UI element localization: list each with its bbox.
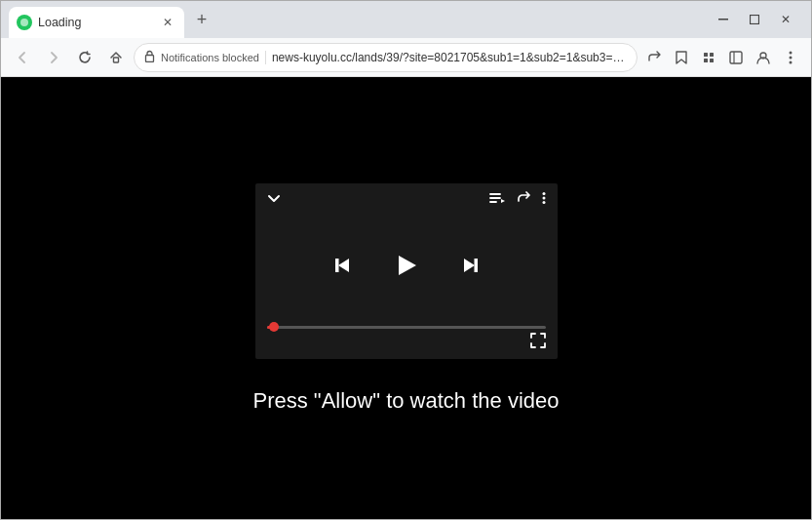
svg-rect-25 bbox=[474, 259, 478, 272]
next-button[interactable] bbox=[459, 254, 483, 283]
svg-point-18 bbox=[542, 192, 545, 195]
forward-button[interactable] bbox=[40, 44, 67, 71]
video-player bbox=[255, 183, 558, 359]
home-button[interactable] bbox=[102, 44, 130, 71]
svg-point-12 bbox=[790, 56, 793, 59]
close-button[interactable]: ✕ bbox=[772, 6, 799, 33]
prompt-text: Press "Allow" to watch the video bbox=[253, 388, 560, 414]
minimize-button[interactable] bbox=[710, 6, 737, 33]
back-button[interactable] bbox=[9, 44, 36, 71]
address-separator bbox=[265, 51, 266, 64]
maximize-button[interactable] bbox=[741, 6, 768, 33]
svg-rect-7 bbox=[710, 59, 714, 62]
player-chevron-down-icon[interactable] bbox=[267, 191, 281, 208]
menu-button[interactable] bbox=[778, 45, 803, 70]
svg-rect-4 bbox=[704, 53, 708, 57]
extensions-button[interactable] bbox=[696, 45, 721, 70]
prev-button[interactable] bbox=[330, 254, 354, 283]
browser-window: Loading ✕ + ✕ bbox=[0, 0, 812, 520]
fullscreen-button[interactable] bbox=[530, 333, 546, 351]
profile-button[interactable] bbox=[751, 45, 776, 70]
player-top-bar bbox=[255, 183, 558, 216]
url-text: news-kuyolu.cc/lands/39/?site=8021705&su… bbox=[272, 51, 627, 64]
player-share-icon[interactable] bbox=[517, 191, 530, 208]
svg-rect-8 bbox=[730, 52, 742, 63]
player-controls bbox=[255, 216, 558, 322]
player-bottom bbox=[255, 322, 558, 359]
active-tab[interactable]: Loading ✕ bbox=[9, 7, 184, 38]
bookmark-button[interactable] bbox=[669, 45, 694, 70]
play-button[interactable] bbox=[393, 252, 420, 286]
toolbar-actions bbox=[641, 45, 803, 70]
svg-point-13 bbox=[790, 60, 793, 63]
notification-blocked-text: Notifications blocked bbox=[161, 52, 259, 63]
svg-rect-1 bbox=[751, 16, 759, 24]
svg-rect-0 bbox=[718, 19, 728, 20]
tab-bar: Loading ✕ + ✕ bbox=[1, 1, 811, 38]
reload-button[interactable] bbox=[71, 44, 98, 71]
svg-marker-17 bbox=[501, 199, 505, 203]
tab-close-button[interactable]: ✕ bbox=[159, 14, 176, 31]
progress-bar[interactable] bbox=[267, 326, 546, 329]
player-bottom-bar bbox=[267, 333, 546, 351]
tab-label: Loading bbox=[38, 16, 153, 29]
new-tab-button[interactable]: + bbox=[188, 6, 215, 33]
svg-point-20 bbox=[542, 201, 545, 204]
page-content: Press "Allow" to watch the video bbox=[1, 77, 811, 519]
svg-marker-23 bbox=[399, 256, 416, 275]
svg-point-11 bbox=[790, 51, 793, 54]
lock-icon bbox=[144, 50, 155, 64]
address-bar[interactable]: Notifications blocked news-kuyolu.cc/lan… bbox=[134, 43, 638, 72]
toolbar: Notifications blocked news-kuyolu.cc/lan… bbox=[1, 38, 811, 77]
svg-marker-24 bbox=[464, 259, 475, 272]
share-button[interactable] bbox=[641, 45, 667, 70]
svg-rect-6 bbox=[704, 59, 708, 62]
svg-rect-2 bbox=[114, 58, 119, 62]
svg-point-19 bbox=[542, 196, 545, 199]
svg-rect-22 bbox=[335, 259, 339, 272]
player-more-icon[interactable] bbox=[542, 191, 546, 208]
sidebar-button[interactable] bbox=[723, 45, 749, 70]
player-playlist-icon[interactable] bbox=[489, 191, 505, 208]
progress-dot bbox=[269, 322, 279, 332]
player-top-right bbox=[489, 191, 546, 208]
tab-favicon bbox=[17, 15, 32, 30]
svg-rect-3 bbox=[146, 56, 154, 62]
player-top-left bbox=[267, 191, 281, 208]
window-controls: ✕ bbox=[710, 6, 803, 33]
svg-marker-21 bbox=[338, 259, 349, 272]
svg-rect-5 bbox=[710, 53, 714, 57]
